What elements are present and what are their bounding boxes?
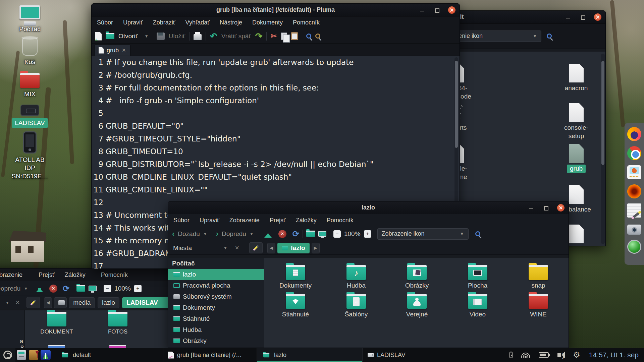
menu-zobrazenie[interactable]: Zobrazenie	[0, 272, 22, 279]
computer-button[interactable]	[318, 231, 326, 237]
desktop-icon-phone[interactable]: ATOLL AB IDP SN:D519E…	[9, 131, 50, 180]
sidebar-item-dokumenty[interactable]: Dokumenty	[168, 302, 264, 313]
open-folder-icon[interactable]	[106, 33, 114, 39]
taskbar-task-ladislav[interactable]: LADISLAV	[363, 348, 468, 362]
search-icon[interactable]	[475, 231, 480, 236]
chevron-down-icon[interactable]: ▼	[250, 232, 254, 236]
menu-subor[interactable]: Súbor	[97, 19, 113, 26]
zoom-out-button[interactable]: −	[333, 230, 341, 238]
window-titlebar[interactable]: grub [Iba na čítanie] (/etc/default) - P…	[92, 4, 460, 16]
maximize-button[interactable]	[579, 14, 586, 20]
redo-icon[interactable]: ↷	[255, 32, 262, 40]
save-icon[interactable]	[157, 33, 165, 40]
menu-upravit[interactable]: Upraviť	[123, 19, 143, 26]
file-item[interactable]: a Šablóny	[331, 294, 381, 319]
menu-subor[interactable]: Súbor	[173, 217, 190, 224]
window-titlebar[interactable]: lazlo	[168, 201, 569, 214]
wifi-icon[interactable]	[521, 353, 530, 358]
file-item[interactable]: Verejné	[392, 294, 442, 319]
find-replace-icon[interactable]	[315, 34, 320, 39]
scrollbar-thumb[interactable]	[455, 61, 458, 148]
zoom-out-button[interactable]: −	[104, 285, 111, 292]
battery-icon[interactable]	[539, 352, 549, 358]
file-item-selected[interactable]: grub	[551, 144, 601, 173]
breadcrumb-left-icon[interactable]: ◀	[267, 243, 275, 253]
close-button[interactable]	[448, 6, 455, 14]
clock[interactable]: 14:57, Ut 1. sep	[589, 351, 639, 359]
close-button[interactable]	[557, 204, 565, 212]
minimize-button[interactable]	[419, 7, 425, 13]
launcher-highway[interactable]	[40, 348, 52, 362]
photo-viewer-icon[interactable]	[627, 165, 641, 179]
tab-close-icon[interactable]: ✕	[122, 47, 126, 53]
taskbar-task-lazlo[interactable]: lazlo	[257, 348, 363, 362]
undo-button[interactable]: Vrátiť späť	[221, 33, 251, 40]
text-editor-icon[interactable]	[627, 203, 641, 218]
green-orb-icon[interactable]	[627, 240, 641, 254]
home-button[interactable]	[76, 285, 85, 292]
breadcrumb-left-icon[interactable]: ◀	[44, 297, 52, 308]
view-mode-dropdown[interactable]: Zobrazenie ikon ▼	[377, 228, 469, 240]
save-button[interactable]: Uložiť	[169, 33, 185, 40]
file-item[interactable]: Plocha	[452, 265, 503, 290]
sidebar-item-lazlo[interactable]: lazlo	[168, 269, 264, 280]
settings-gear-icon[interactable]: ⚙	[573, 351, 580, 359]
file-item[interactable]: DOKUMENT	[32, 312, 82, 336]
up-button[interactable]	[36, 285, 43, 293]
forward-button[interactable]: Dopredu	[222, 230, 246, 238]
menu-zobrazit[interactable]: Zobraziť	[153, 19, 175, 26]
places-dropdown-icon[interactable]: ▼	[223, 246, 227, 250]
stop-button[interactable]: ✕	[49, 285, 57, 293]
close-sidebar-icon[interactable]: ✕	[235, 245, 239, 251]
breadcrumb-lazlo[interactable]: lazlo	[98, 297, 119, 308]
paste-icon[interactable]	[291, 32, 298, 40]
sidebar-item-obrazky[interactable]: Obrázky	[168, 335, 264, 346]
bluetooth-icon[interactable]	[509, 352, 513, 358]
home-button[interactable]	[306, 231, 315, 237]
menu-upravit[interactable]: Upraviť	[200, 217, 219, 224]
file-item[interactable]: anacron	[551, 64, 601, 93]
new-document-icon[interactable]	[95, 32, 102, 41]
maximize-button[interactable]	[433, 7, 440, 13]
close-button[interactable]	[594, 13, 601, 21]
up-button[interactable]	[264, 230, 272, 238]
maximize-button[interactable]	[542, 204, 549, 211]
file-item[interactable]: snap	[513, 265, 564, 290]
tab-grub[interactable]: grub ✕	[94, 45, 130, 56]
desktop-icon-usb-drive[interactable]: LADISLAV	[9, 105, 50, 128]
file-item[interactable]: Video	[452, 294, 503, 319]
menu-pomocnik[interactable]: Pomocník	[327, 217, 354, 224]
menu-dokumenty[interactable]: Dokumenty	[252, 19, 283, 26]
sidebar-item-pocitac[interactable]: Počítač	[168, 258, 264, 269]
file-item[interactable]: Stiahnuté	[270, 294, 321, 319]
xnview-icon[interactable]	[627, 184, 641, 198]
breadcrumb-right-icon[interactable]: ▶	[312, 243, 320, 253]
scrollbar-thumb[interactable]	[601, 61, 604, 165]
edit-location-button[interactable]	[26, 297, 40, 308]
cut-icon[interactable]: ✂	[271, 32, 277, 40]
minimize-button[interactable]	[528, 204, 534, 211]
launcher-wine[interactable]	[28, 348, 40, 362]
open-button[interactable]: Otvoriť	[118, 33, 138, 40]
reload-button[interactable]: ⟳	[63, 285, 69, 293]
file-item[interactable]: Dokumenty	[270, 265, 321, 290]
file-item[interactable]: WINE	[513, 294, 564, 319]
stop-button[interactable]: ✕	[278, 230, 286, 238]
zoom-in-button[interactable]: +	[364, 230, 371, 238]
breadcrumb-lazlo[interactable]: lazlo	[277, 243, 309, 253]
menu-pomocnik[interactable]: Pomocník	[101, 272, 128, 279]
back-button[interactable]: Dozadu	[178, 230, 200, 238]
menu-prejst[interactable]: Prejsť	[270, 217, 286, 224]
menu-pomocnik[interactable]: Pomocník	[293, 19, 320, 26]
file-item[interactable]: Obrázky	[392, 265, 442, 290]
forward-button[interactable]: Dopredu	[0, 285, 20, 292]
sidebar-item-hudba[interactable]: Hudba	[168, 324, 264, 335]
file-item[interactable]: console-setup	[551, 103, 601, 140]
menu-zobrazenie[interactable]: Zobrazenie	[229, 217, 260, 224]
search-icon[interactable]	[547, 34, 552, 39]
reload-button[interactable]: ⟳	[292, 230, 299, 238]
taskbar-task-grub[interactable]: grub [Iba na čítanie] (/…	[163, 348, 257, 362]
file-item[interactable]: FOTOS	[93, 312, 143, 336]
menu-zalozky[interactable]: Záložky	[296, 217, 317, 224]
desktop-icon-computer[interactable]: Počítač	[9, 5, 50, 33]
